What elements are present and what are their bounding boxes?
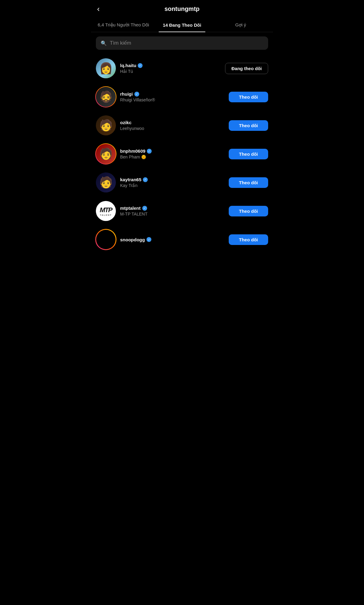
verified-badge: ✓ bbox=[138, 63, 143, 68]
list-item: ozikcLeehyunwooTheo dõi bbox=[96, 111, 268, 140]
search-input[interactable] bbox=[110, 40, 263, 46]
user-displayname: Leehyunwoo bbox=[120, 126, 224, 131]
user-list: lq.haitu✓Hải TúĐang theo dõirhuigi✓Rhuig… bbox=[91, 54, 273, 254]
user-info: ozikcLeehyunwoo bbox=[120, 120, 224, 131]
list-item: MTP TALENT mtptalent✓M-TP TALENTTheo dõi bbox=[96, 197, 268, 225]
user-info: bnphm0609✓Ben Pham 🌞 bbox=[120, 148, 224, 159]
verified-badge: ✓ bbox=[143, 177, 148, 182]
user-username: mtptalent bbox=[120, 206, 141, 211]
follow-button[interactable]: Theo dõi bbox=[229, 206, 268, 216]
tab-followers[interactable]: 6,4 Triệu Người Theo Dõi bbox=[94, 18, 153, 32]
user-username: ozikc bbox=[120, 120, 132, 125]
follow-button[interactable]: Theo dõi bbox=[229, 149, 268, 159]
list-item: kaytran65✓Kay TrầnTheo dõi bbox=[96, 168, 268, 197]
search-container: 🔍 bbox=[91, 32, 273, 54]
user-username: rhuigi bbox=[120, 91, 133, 97]
user-username: kaytran65 bbox=[120, 177, 141, 182]
back-button[interactable]: ‹ bbox=[97, 4, 100, 14]
verified-badge: ✓ bbox=[142, 206, 147, 211]
user-displayname: Ben Pham 🌞 bbox=[120, 155, 224, 159]
user-info: kaytran65✓Kay Trần bbox=[120, 177, 224, 188]
user-info: rhuigi✓Rhuigi Villaseñor® bbox=[120, 91, 224, 102]
user-displayname: Kay Trần bbox=[120, 183, 224, 188]
user-displayname: M-TP TALENT bbox=[120, 212, 224, 216]
avatar[interactable] bbox=[96, 115, 116, 135]
header: ‹ sontungmtp bbox=[91, 0, 273, 18]
follow-button[interactable]: Theo dõi bbox=[229, 234, 268, 245]
verified-badge: ✓ bbox=[147, 149, 152, 154]
list-item: bnphm0609✓Ben Pham 🌞Theo dõi bbox=[96, 140, 268, 168]
avatar[interactable] bbox=[96, 58, 116, 78]
verified-badge: ✓ bbox=[147, 237, 151, 242]
avatar[interactable]: MTP TALENT bbox=[96, 201, 116, 221]
verified-badge: ✓ bbox=[134, 92, 139, 97]
tabs-bar: 6,4 Triệu Người Theo Dõi 14 Đang Theo Dõ… bbox=[91, 18, 273, 32]
user-info: snoopdogg✓ bbox=[120, 237, 224, 242]
avatar[interactable] bbox=[96, 144, 116, 164]
user-displayname: Rhuigi Villaseñor® bbox=[120, 97, 224, 102]
avatar[interactable] bbox=[96, 229, 116, 250]
list-item: rhuigi✓Rhuigi Villaseñor®Theo dõi bbox=[96, 83, 268, 111]
search-box: 🔍 bbox=[96, 36, 268, 50]
search-icon: 🔍 bbox=[101, 40, 107, 46]
tab-suggest[interactable]: Gợi ý bbox=[211, 18, 270, 32]
avatar[interactable] bbox=[96, 172, 116, 192]
following-button[interactable]: Đang theo dõi bbox=[225, 63, 268, 74]
user-info: mtptalent✓M-TP TALENT bbox=[120, 206, 224, 216]
follow-button[interactable]: Theo dõi bbox=[229, 177, 268, 188]
profile-username: sontungmtp bbox=[164, 5, 200, 12]
user-info: lq.haitu✓Hải Tú bbox=[120, 63, 221, 74]
avatar[interactable] bbox=[96, 87, 116, 107]
user-username: bnphm0609 bbox=[120, 148, 145, 154]
follow-button[interactable]: Theo dõi bbox=[229, 120, 268, 131]
user-username: lq.haitu bbox=[120, 63, 136, 68]
list-item: snoopdogg✓Theo dõi bbox=[96, 225, 268, 254]
tab-following[interactable]: 14 Đang Theo Dõi bbox=[153, 18, 211, 32]
list-item: lq.haitu✓Hải TúĐang theo dõi bbox=[96, 54, 268, 83]
follow-button[interactable]: Theo dõi bbox=[229, 92, 268, 102]
user-username: snoopdogg bbox=[120, 237, 145, 242]
user-displayname: Hải Tú bbox=[120, 69, 221, 74]
